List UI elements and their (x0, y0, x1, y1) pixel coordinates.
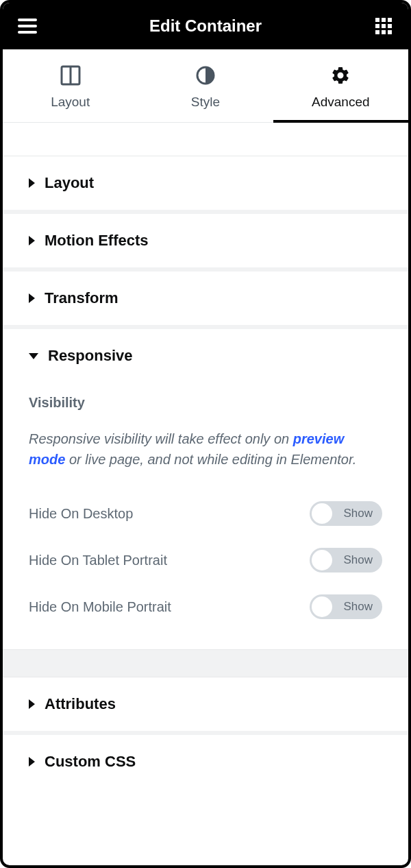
section-head-attributes[interactable]: Attributes (3, 677, 408, 731)
control-label: Hide On Tablet Portrait (29, 553, 167, 568)
tabs: Layout Style Advanced (3, 49, 408, 123)
toggle-hide-desktop[interactable]: Show (310, 501, 382, 526)
menu-icon[interactable] (16, 15, 38, 37)
control-hide-mobile: Hide On Mobile Portrait Show (29, 583, 382, 630)
tab-advanced[interactable]: Advanced (273, 49, 408, 122)
section-attributes: Attributes (3, 677, 408, 731)
content: Layout Motion Effects Transform Responsi… (3, 123, 408, 788)
responsive-note: Responsive visibility will take effect o… (29, 429, 382, 470)
toggle-hide-tablet[interactable]: Show (310, 548, 382, 572)
svg-rect-3 (375, 18, 379, 22)
tab-label: Style (138, 95, 273, 110)
section-head-transform[interactable]: Transform (3, 272, 408, 325)
apps-icon[interactable] (373, 15, 395, 37)
section-title: Transform (45, 289, 119, 307)
style-icon (138, 63, 273, 88)
section-title: Layout (45, 174, 94, 192)
svg-rect-2 (18, 31, 37, 34)
section-responsive: Responsive Visibility Responsive visibil… (3, 325, 408, 649)
tab-label: Advanced (273, 95, 408, 110)
svg-rect-5 (388, 18, 392, 22)
caret-right-icon (29, 757, 35, 767)
control-hide-tablet: Hide On Tablet Portrait Show (29, 537, 382, 583)
svg-rect-8 (388, 24, 392, 28)
caret-right-icon (29, 699, 35, 709)
svg-rect-10 (382, 30, 386, 34)
section-layout: Layout (3, 156, 408, 210)
control-hide-desktop: Hide On Desktop Show (29, 490, 382, 537)
tab-style[interactable]: Style (138, 49, 273, 122)
toggle-knob (312, 503, 332, 524)
svg-rect-9 (375, 30, 379, 34)
control-label: Hide On Mobile Portrait (29, 599, 171, 615)
section-transform: Transform (3, 267, 408, 325)
tab-layout[interactable]: Layout (3, 49, 138, 122)
layout-icon (3, 63, 138, 88)
toggle-text: Show (343, 507, 373, 520)
section-body-responsive: Visibility Responsive visibility will ta… (3, 395, 408, 649)
note-text-pre: Responsive visibility will take effect o… (29, 431, 293, 446)
section-title: Responsive (48, 347, 133, 365)
section-head-motion[interactable]: Motion Effects (3, 214, 408, 267)
gear-icon (273, 63, 408, 88)
section-head-responsive[interactable]: Responsive (3, 329, 408, 383)
svg-rect-6 (375, 24, 379, 28)
control-label: Hide On Desktop (29, 506, 133, 522)
section-motion-effects: Motion Effects (3, 210, 408, 267)
svg-rect-4 (382, 18, 386, 22)
toggle-text: Show (343, 600, 373, 614)
svg-rect-0 (18, 19, 37, 21)
section-head-layout[interactable]: Layout (3, 156, 408, 210)
section-gap (3, 649, 408, 677)
visibility-subheading: Visibility (29, 395, 382, 411)
section-title: Attributes (45, 695, 116, 713)
caret-right-icon (29, 178, 35, 188)
page-title: Edit Container (149, 16, 262, 36)
caret-down-icon (29, 353, 38, 359)
caret-right-icon (29, 236, 35, 245)
svg-rect-7 (382, 24, 386, 28)
svg-rect-1 (18, 25, 37, 27)
topbar: Edit Container (3, 3, 408, 49)
toggle-knob (312, 596, 332, 617)
tab-label: Layout (3, 95, 138, 110)
section-title: Motion Effects (45, 232, 149, 250)
section-custom-css: Custom CSS (3, 731, 408, 788)
svg-rect-11 (388, 30, 392, 34)
toggle-knob (312, 550, 332, 570)
caret-right-icon (29, 293, 35, 303)
section-title: Custom CSS (45, 753, 136, 771)
section-head-customcss[interactable]: Custom CSS (3, 735, 408, 788)
toggle-hide-mobile[interactable]: Show (310, 594, 382, 619)
spacer (3, 123, 408, 156)
note-text-post: or live page, and not while editing in E… (65, 452, 356, 467)
toggle-text: Show (343, 553, 373, 567)
